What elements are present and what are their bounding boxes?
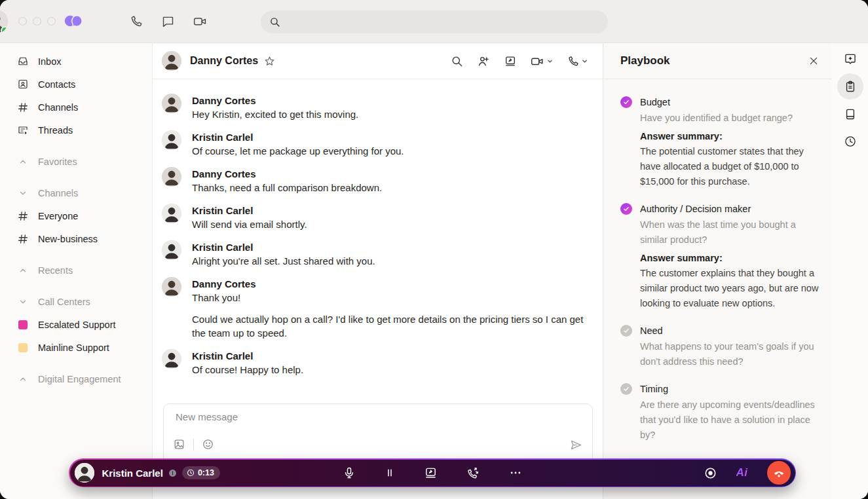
sender-avatar [162, 94, 181, 113]
playbook-panel: Playbook Budget Have you identified a bu… [603, 43, 832, 499]
sidebar-section-label: Digital Engagement [38, 374, 121, 384]
new-message-input[interactable] [174, 411, 582, 423]
sender-avatar [162, 240, 181, 260]
right-rail [832, 43, 868, 499]
screen-share-icon[interactable] [504, 55, 517, 67]
message: Danny Cortes Hey Kristin, excited to get… [162, 94, 594, 121]
answer-summary-text: The customer explains that they bought a… [640, 266, 820, 311]
clock-icon [187, 469, 195, 477]
message: Danny Cortes Thank you! [162, 277, 594, 305]
end-call-button[interactable] [767, 461, 791, 485]
window-zoom-button[interactable] [47, 17, 56, 26]
playbook-item-need: Need What happens to your team's goals i… [620, 323, 820, 369]
share-screen-icon[interactable] [424, 466, 438, 479]
window-close-button[interactable] [18, 17, 27, 26]
transfer-call-icon[interactable] [466, 466, 480, 479]
chevron-down-icon [546, 58, 554, 65]
message-text: Could we actually hop on a call? I'd lik… [192, 312, 594, 340]
answer-summary-label: Answer summary: [640, 128, 820, 144]
message-composer[interactable] [163, 403, 593, 464]
app-window: Inbox Contacts Channels Threads Favorite… [0, 0, 868, 499]
sidebar-item-label: Everyone [38, 211, 78, 221]
message: Kristin Carlel Will send via email short… [162, 204, 594, 231]
sidebar: Inbox Contacts Channels Threads Favorite… [0, 43, 152, 499]
playbook-item-budget: Budget Have you identified a budget rang… [620, 95, 820, 189]
sidebar-item-channels[interactable]: Channels [0, 96, 152, 119]
escalated-support-swatch [17, 320, 29, 329]
dialpad-logo-icon [63, 12, 84, 31]
message: Danny Cortes Thanks, need a full compari… [162, 167, 594, 194]
answer-summary-label: Answer summary: [640, 250, 820, 266]
message-sender: Kristin Carlel [192, 130, 404, 144]
attach-image-icon[interactable] [173, 438, 185, 451]
message: Kristin Carlel Alright you're all set. J… [162, 240, 594, 268]
sidebar-channel-everyone[interactable]: Everyone [0, 204, 152, 227]
chat-panel: Danny Cortes D [152, 43, 603, 499]
sender-avatar [162, 167, 181, 187]
mainline-support-swatch [17, 343, 29, 352]
message-text: Will send via email shortly. [192, 217, 307, 231]
playbook-header: Playbook [603, 43, 832, 79]
record-icon[interactable] [704, 466, 717, 480]
sidebar-item-label: New-business [38, 234, 98, 244]
sidebar-call-center-escalated[interactable]: Escalated Support [0, 313, 152, 336]
calls-icon[interactable] [130, 14, 143, 28]
chat-contact-name: Danny Cortes [190, 55, 258, 67]
playbook-tab-icon[interactable] [837, 73, 863, 100]
meetings-icon[interactable] [193, 14, 208, 28]
message-list[interactable]: Danny Cortes Hey Kristin, excited to get… [153, 79, 603, 403]
emoji-icon[interactable] [202, 438, 214, 451]
sidebar-section-label: Favorites [38, 157, 77, 167]
sidebar-section-label: Channels [38, 188, 78, 198]
message: Kristin Carlel Of course, let me package… [162, 130, 594, 158]
sidebar-section-channels[interactable]: Channels [0, 181, 152, 204]
sidebar-item-threads[interactable]: Threads [0, 119, 152, 141]
inbox-icon [17, 55, 29, 67]
search-in-chat-icon[interactable] [451, 55, 463, 67]
playbook-body[interactable]: Budget Have you identified a budget rang… [603, 79, 832, 499]
top-bar [0, 0, 868, 43]
presence-indicator [1, 26, 8, 33]
hold-icon[interactable] [385, 467, 395, 479]
caller-name: Kristin Carlel [102, 468, 163, 479]
sidebar-item-label: Inbox [38, 56, 61, 67]
sidebar-channel-new-business[interactable]: New-business [0, 227, 152, 250]
playbook-item-label: Budget [640, 95, 820, 109]
ai-assistant-icon[interactable] [837, 46, 863, 72]
video-call-icon[interactable] [531, 55, 554, 67]
add-person-icon[interactable] [477, 55, 490, 67]
sidebar-item-inbox[interactable]: Inbox [0, 50, 152, 73]
call-duration: 0:13 [198, 468, 214, 477]
message-sender: Danny Cortes [192, 94, 358, 107]
call-icon[interactable] [567, 55, 588, 67]
sidebar-item-contacts[interactable]: Contacts [0, 73, 152, 96]
caller-avatar [75, 463, 94, 483]
call-info-icon[interactable] [168, 469, 177, 477]
favorite-star-icon[interactable] [264, 56, 275, 67]
chevron-up-icon [17, 266, 29, 275]
sidebar-section-digital-engagement[interactable]: Digital Engagement [0, 367, 152, 390]
sidebar-item-label: Threads [38, 125, 73, 136]
search-icon [269, 16, 280, 28]
notes-icon[interactable] [837, 101, 863, 127]
active-call-bar: Kristin Carlel 0:13 Ai [69, 458, 796, 487]
messages-icon[interactable] [161, 14, 175, 28]
message-continuation: Could we actually hop on a call? I'd lik… [162, 312, 594, 340]
global-search[interactable] [261, 10, 608, 33]
global-search-input[interactable] [286, 16, 599, 28]
window-minimize-button[interactable] [33, 17, 41, 26]
call-duration-badge: 0:13 [182, 466, 220, 479]
close-icon[interactable] [808, 56, 819, 66]
sidebar-section-call-centers[interactable]: Call Centers [0, 290, 152, 313]
sidebar-section-favorites[interactable]: Favorites [0, 150, 152, 173]
send-icon[interactable] [569, 438, 583, 452]
sidebar-call-center-mainline[interactable]: Mainline Support [0, 336, 152, 359]
history-icon[interactable] [837, 128, 863, 155]
user-avatar[interactable] [0, 10, 8, 33]
playbook-question: Have you identified a budget range? [640, 111, 820, 126]
ai-logo[interactable]: Ai [736, 466, 748, 479]
sidebar-item-label: Escalated Support [38, 320, 116, 330]
mute-mic-icon[interactable] [343, 466, 356, 479]
sidebar-section-recents[interactable]: Recents [0, 259, 152, 282]
more-options-icon[interactable] [509, 466, 522, 479]
